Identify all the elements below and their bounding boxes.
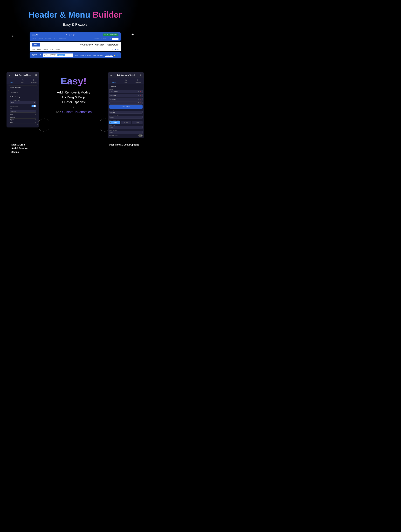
- menu-item-about: About ✎: [10, 121, 36, 124]
- center-desc-text: Add, Remove & Modify By Drag & Drop + De…: [44, 90, 103, 114]
- bottom-label-right: User Menu & Detail Options: [109, 143, 139, 154]
- delete-icon-mymenu[interactable]: ✕: [140, 98, 142, 100]
- chevron-down-icon-rp: ▼: [109, 86, 111, 87]
- star-decoration-right: ✦: [131, 32, 134, 37]
- bottom-label-left: Drag & Drop Add & Remove Styling: [11, 143, 28, 154]
- section-javo-nav-menu: ▶ Javo Nav Menu: [8, 86, 38, 89]
- mockup1-nav: HOME LISTING PROPERTY PAGE FEATURES MYME…: [30, 37, 121, 41]
- rp-item-ajax-search: AJAX SEARCH ↻ ✕: [109, 90, 142, 93]
- hero-title-pink: Builder: [93, 10, 122, 19]
- collapse-type-label: Menu Collapse Type: [10, 100, 36, 101]
- tab-content-right[interactable]: ✏ Content: [108, 78, 120, 84]
- chevron-right-icon-2: ▶: [10, 91, 11, 93]
- mockup-2: JAVO 52 177th St, Queens New York City P…: [30, 42, 121, 51]
- menu-label: Menu: [10, 108, 36, 109]
- pencil-icon-right: ✏: [109, 79, 119, 81]
- tab-advanced-left[interactable]: ⚙ Advanced: [28, 78, 39, 84]
- hero-title: Header & Menu Builder: [3, 10, 147, 19]
- hide-icon-toggle[interactable]: [31, 105, 36, 107]
- content-style-tabs[interactable]: CONTENT STYLE OTHER: [109, 121, 142, 124]
- delete-icon-addnew[interactable]: ✕: [140, 102, 142, 104]
- menu-type-label: Menu Type: [109, 109, 142, 111]
- menu-position-field-label: Menu Position: [109, 130, 142, 131]
- menu-item-home: Home ✎: [10, 113, 36, 116]
- dashed-circle-left: [38, 119, 51, 132]
- mockup3-nav-right: + Submit 🔔 👤: [105, 54, 118, 57]
- reorder-icon-2[interactable]: ↻: [138, 95, 139, 96]
- properties-toggle-row: Properties ideas: [109, 134, 142, 137]
- palette-icon-right: ◑: [121, 79, 131, 81]
- reorder-icon-3[interactable]: ↻: [138, 98, 139, 100]
- menu-item-blog: Blog List ✎: [10, 119, 36, 121]
- rp-tab-other[interactable]: OTHER: [132, 121, 142, 124]
- delete-icon-ajax[interactable]: ✕: [140, 91, 142, 93]
- collapse-type-select[interactable]: Hover ▼: [10, 101, 36, 104]
- edit-icon-home[interactable]: ✎: [35, 114, 36, 115]
- section-menu-type: ▶ Menu Type: [8, 90, 38, 94]
- menu-render-label: Menu Render Type: [109, 114, 142, 116]
- label-type-field-label: Label Type: [109, 125, 142, 126]
- menu-render-select[interactable]: Normal ▼: [109, 116, 142, 119]
- add-new-button[interactable]: ADD NEW: [109, 105, 142, 109]
- mockup3-bar: JAVO ☰ What Search Geolocation All Locat…: [30, 52, 121, 58]
- mockup2-nav-links: Home Listing Property Page Features: [32, 49, 60, 51]
- menu-item-properties: Properties ✎: [10, 116, 36, 119]
- edit-icon-blog[interactable]: ✎: [35, 119, 36, 120]
- chevron-down-icon: ▼: [10, 96, 11, 98]
- tab-style-left[interactable]: ◑ Style: [17, 78, 28, 84]
- pencil-icon: ✏: [7, 79, 17, 81]
- edit-icon-about[interactable]: ✎: [35, 122, 36, 123]
- tab-content-left[interactable]: ✏ Content: [6, 78, 17, 84]
- mockup1-nav-links: HOME LISTING PROPERTY PAGE FEATURES: [32, 38, 66, 40]
- mockup3-nav-links: HOME LISTING PROPERTY PAGE FEATURES: [75, 55, 103, 56]
- chevron-down-icon-rp5: ▼: [140, 132, 142, 133]
- mockup2-top: JAVO 52 177th St, Queens New York City P…: [30, 42, 121, 48]
- section-javo-nav-menu-header[interactable]: ▶ Javo Nav Menu: [8, 86, 37, 89]
- properties-label: Properties ideas: [109, 135, 118, 136]
- right-panel-hamburger-icon: ☰: [110, 74, 112, 76]
- menu-position-select[interactable]: Right ▼: [109, 131, 142, 134]
- mockup3-logo: JAVO: [32, 54, 37, 57]
- mockup1-logo: JAVO: [32, 33, 38, 36]
- general-section-header[interactable]: ▼ General: [109, 85, 142, 88]
- edit-icon-properties[interactable]: ✎: [35, 116, 36, 118]
- reorder-icon-4[interactable]: ↻: [138, 102, 139, 104]
- rp-tab-style[interactable]: STYLE: [121, 121, 131, 124]
- left-panel-tabs[interactable]: ✏ Content ◑ Style ⚙ Advanced: [6, 78, 39, 84]
- left-panel-title: Edit Javo Nav Menu: [15, 74, 30, 76]
- chevron-down-icon-4: ▼: [34, 111, 35, 112]
- reorder-icon[interactable]: ↻: [138, 91, 139, 93]
- left-panel-grid-icon: ⊞: [35, 74, 37, 76]
- gear-icon: ⚙: [29, 79, 39, 81]
- chevron-right-icon: ▶: [10, 87, 11, 88]
- label-type-select[interactable]: Text ▼: [109, 126, 142, 129]
- mockup2-info-items: 52 177th St, Queens New York City Phone …: [80, 44, 118, 46]
- mockup3-search-btn[interactable]: Search: [58, 54, 65, 57]
- user-icon: 👤: [117, 54, 118, 56]
- tab-advanced-right[interactable]: ⚙ Advanced: [132, 78, 144, 84]
- right-panel-body: ▼ General Menus AJAX SEARCH ↻ ✕ FAVORITE…: [108, 84, 144, 138]
- mockup1-social-icons: f t ig in yt: [66, 34, 74, 36]
- chevron-down-icon-rp2: ▼: [140, 112, 142, 113]
- menu-type-select[interactable]: Add New ▼: [109, 111, 142, 114]
- hide-icon-toggle-row: Hide Menu Icon: [10, 105, 36, 107]
- general-label: General: [111, 86, 116, 87]
- mockup1-top-bar: JAVO f t ig in yt Call us: 1-888-589-579: [30, 32, 121, 37]
- right-panel-tabs[interactable]: ✏ Content ◑ Style ⚙ Advanced: [108, 78, 144, 84]
- palette-icon: ◑: [18, 79, 28, 81]
- mockup3-hamburger-icon: ☰: [40, 54, 41, 56]
- left-panel-hamburger-icon: ☰: [9, 74, 11, 76]
- section-menu-setting-header[interactable]: ▼ Menu Setting: [8, 95, 37, 99]
- delete-icon-fav[interactable]: ✕: [140, 95, 142, 96]
- menus-label: Menus: [109, 89, 142, 90]
- properties-toggle[interactable]: [138, 134, 142, 137]
- hero-subtitle: Easy & Flexible: [3, 22, 147, 27]
- bottom-labels: Drag & Drop Add & Remove Styling User Me…: [0, 141, 150, 160]
- section-menu-type-header[interactable]: ▶ Menu Type: [8, 90, 37, 94]
- right-panel-title: Edit User Menu Widget: [117, 74, 135, 76]
- mockups-container: JAVO f t ig in yt Call us: 1-888-589-579…: [30, 32, 121, 58]
- menu-select[interactable]: Main Menu ▼: [10, 110, 36, 113]
- tab-style-right[interactable]: ◑ Style: [120, 78, 132, 84]
- hero-section: ✦ ✦ Header & Menu Builder Easy & Flexibl…: [0, 0, 150, 66]
- middle-section: ☰ Edit Javo Nav Menu ⊞ ✏ Content ◑ Style…: [0, 66, 150, 141]
